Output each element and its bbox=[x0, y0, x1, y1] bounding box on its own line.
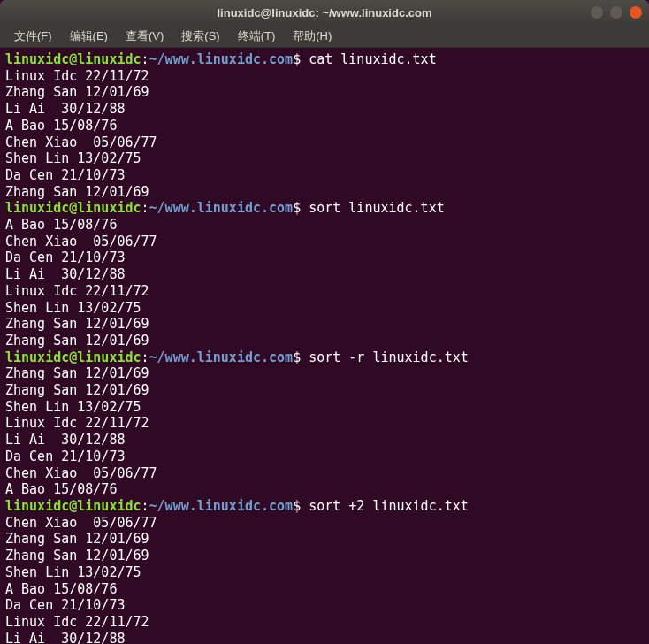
output-line: A Bao 15/08/76 bbox=[5, 581, 644, 598]
prompt-colon: : bbox=[141, 498, 149, 514]
output-line: Linux Idc 22/11/72 bbox=[5, 415, 644, 432]
menu-edit[interactable]: 编辑(E) bbox=[63, 27, 115, 46]
output-line: Linux Idc 22/11/72 bbox=[5, 614, 644, 631]
output-line: Chen Xiao 05/06/77 bbox=[5, 465, 644, 482]
output-line: A Bao 15/08/76 bbox=[5, 118, 644, 134]
output-line: Shen Lin 13/02/75 bbox=[5, 399, 644, 416]
command-text: cat linuxidc.txt bbox=[309, 51, 437, 67]
close-icon[interactable] bbox=[630, 6, 642, 19]
command-text: sort linuxidc.txt bbox=[309, 200, 445, 216]
prompt-sigil: $ bbox=[293, 349, 301, 365]
window-titlebar: linuxidc@linuxidc: ~/www.linuxidc.com bbox=[0, 0, 649, 25]
prompt-colon: : bbox=[141, 200, 149, 216]
prompt-colon: : bbox=[141, 349, 149, 365]
output-line: Chen Xiao 05/06/77 bbox=[5, 515, 644, 532]
output-line: Zhang San 12/01/69 bbox=[5, 365, 644, 382]
menu-search[interactable]: 搜索(S) bbox=[174, 27, 226, 46]
output-line: Chen Xiao 05/06/77 bbox=[5, 234, 644, 250]
output-line: Zhang San 12/01/69 bbox=[5, 316, 644, 333]
output-line: Li Ai 30/12/88 bbox=[5, 432, 644, 448]
output-line: Zhang San 12/01/69 bbox=[5, 382, 644, 399]
prompt-colon: : bbox=[141, 51, 149, 67]
terminal-line: linuxidc@linuxidc:~/www.linuxidc.com$ so… bbox=[5, 200, 644, 217]
window-title: linuxidc@linuxidc: ~/www.linuxidc.com bbox=[218, 6, 432, 19]
output-line: Chen Xiao 05/06/77 bbox=[5, 134, 644, 151]
output-line: Zhang San 12/01/69 bbox=[5, 84, 644, 101]
prompt-user-host: linuxidc@linuxidc bbox=[5, 349, 141, 365]
prompt-path: ~/www.linuxidc.com bbox=[149, 200, 294, 216]
output-line: Linux Idc 22/11/72 bbox=[5, 68, 644, 85]
terminal-area[interactable]: linuxidc@linuxidc:~/www.linuxidc.com$ ca… bbox=[0, 48, 649, 644]
command-text: sort +2 linuxidc.txt bbox=[309, 498, 469, 514]
output-line: Li Ai 30/12/88 bbox=[5, 631, 644, 644]
prompt-path: ~/www.linuxidc.com bbox=[149, 349, 294, 365]
output-line: Zhang San 12/01/69 bbox=[5, 333, 644, 349]
prompt-user-host: linuxidc@linuxidc bbox=[5, 51, 141, 67]
output-line: Shen Lin 13/02/75 bbox=[5, 150, 644, 167]
output-line: Linux Idc 22/11/72 bbox=[5, 283, 644, 300]
menu-terminal[interactable]: 终端(T) bbox=[231, 27, 283, 46]
command-text: sort -r linuxidc.txt bbox=[309, 349, 469, 365]
prompt-path: ~/www.linuxidc.com bbox=[149, 498, 294, 514]
maximize-icon[interactable] bbox=[610, 6, 622, 19]
output-line: Zhang San 12/01/69 bbox=[5, 548, 644, 564]
menu-help[interactable]: 帮助(H) bbox=[286, 27, 339, 46]
terminal-line: linuxidc@linuxidc:~/www.linuxidc.com$ so… bbox=[5, 498, 644, 515]
output-line: Li Ai 30/12/88 bbox=[5, 266, 644, 283]
output-line: Li Ai 30/12/88 bbox=[5, 101, 644, 118]
prompt-user-host: linuxidc@linuxidc bbox=[5, 200, 141, 216]
output-line: A Bao 15/08/76 bbox=[5, 481, 644, 498]
output-line: Zhang San 12/01/69 bbox=[5, 184, 644, 201]
prompt-sigil: $ bbox=[293, 498, 301, 514]
output-line: Zhang San 12/01/69 bbox=[5, 531, 644, 548]
output-line: A Bao 15/08/76 bbox=[5, 217, 644, 234]
output-line: Shen Lin 13/02/75 bbox=[5, 564, 644, 581]
output-line: Da Cen 21/10/73 bbox=[5, 249, 644, 266]
prompt-user-host: linuxidc@linuxidc bbox=[5, 498, 141, 514]
prompt-sigil: $ bbox=[293, 51, 301, 67]
output-line: Da Cen 21/10/73 bbox=[5, 448, 644, 465]
terminal-line: linuxidc@linuxidc:~/www.linuxidc.com$ so… bbox=[5, 349, 644, 366]
terminal-line: linuxidc@linuxidc:~/www.linuxidc.com$ ca… bbox=[5, 51, 644, 68]
minimize-icon[interactable] bbox=[591, 6, 603, 19]
output-line: Da Cen 21/10/73 bbox=[5, 597, 644, 614]
menu-view[interactable]: 查看(V) bbox=[118, 27, 171, 46]
output-line: Da Cen 21/10/73 bbox=[5, 167, 644, 184]
prompt-sigil: $ bbox=[293, 200, 301, 216]
output-line: Shen Lin 13/02/75 bbox=[5, 300, 644, 317]
window-controls bbox=[591, 6, 642, 19]
prompt-path: ~/www.linuxidc.com bbox=[149, 51, 294, 67]
menu-file[interactable]: 文件(F) bbox=[7, 27, 59, 46]
menubar: 文件(F) 编辑(E) 查看(V) 搜索(S) 终端(T) 帮助(H) bbox=[0, 25, 649, 48]
